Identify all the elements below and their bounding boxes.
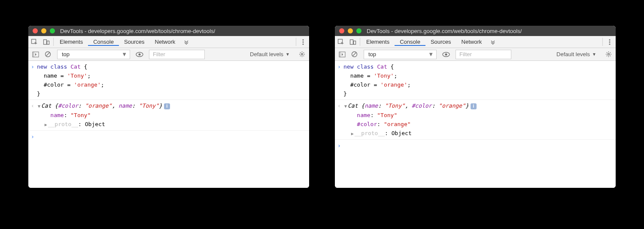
svg-point-25 (608, 54, 609, 55)
zoom-window-button[interactable] (356, 28, 361, 33)
chevron-down-icon: ▼ (286, 52, 290, 57)
log-levels-label: Default levels (556, 51, 590, 57)
svg-rect-14 (350, 39, 353, 44)
console-input-entry: › new class Cat { name = 'Tony'; #color … (335, 61, 616, 100)
object-preview[interactable]: Cat {name: "Tony", #color: "orange"}i na… (343, 101, 616, 138)
svg-point-3 (302, 39, 304, 40)
svg-rect-2 (47, 41, 49, 44)
log-levels-selector[interactable]: Default levels ▼ (556, 51, 596, 57)
output-icon: ‹ (28, 101, 37, 129)
devtools-tabs: Elements Console Sources Network (55, 36, 192, 48)
main-tabs-bar: Elements Console Sources Network (335, 36, 616, 48)
console-prompt-row[interactable]: › (335, 140, 616, 151)
more-tabs-icon[interactable] (180, 39, 192, 45)
svg-line-22 (352, 52, 356, 56)
window-title: DevTools - developers.google.com/web/too… (367, 28, 522, 34)
zoom-window-button[interactable] (50, 28, 55, 33)
device-toolbar-icon[interactable] (40, 36, 52, 48)
svg-point-12 (301, 54, 303, 55)
console-settings-icon[interactable] (296, 50, 307, 59)
context-selector-value: top (368, 51, 376, 57)
console-code: new class Cat { name = 'Tony'; #color = … (343, 62, 616, 98)
console-code: new class Cat { name = 'Tony'; #color = … (37, 62, 309, 98)
main-tabs-bar: Elements Console Sources Network (28, 36, 309, 48)
svg-point-4 (302, 41, 304, 42)
traffic-lights (33, 28, 55, 33)
toggle-sidebar-icon[interactable] (30, 50, 41, 59)
prompt-icon: › (335, 141, 343, 150)
console-output-area: › new class Cat { name = 'Tony'; #color … (335, 61, 616, 188)
svg-point-16 (609, 39, 610, 40)
devtools-window: DevTools - developers.google.com/web/too… (28, 26, 309, 188)
svg-point-11 (139, 53, 141, 55)
output-icon: ‹ (335, 101, 343, 138)
expand-toggle-icon[interactable] (350, 129, 355, 138)
clear-console-icon[interactable] (42, 50, 53, 59)
tab-sources[interactable]: Sources (119, 39, 150, 45)
tab-console[interactable]: Console (88, 39, 119, 46)
info-icon[interactable]: i (164, 103, 170, 109)
clear-console-icon[interactable] (349, 50, 360, 59)
close-window-button[interactable] (339, 28, 344, 33)
console-output-area: › new class Cat { name = 'Tony'; #color … (28, 61, 309, 188)
svg-rect-15 (354, 41, 356, 44)
tab-network[interactable]: Network (456, 39, 487, 45)
tab-console[interactable]: Console (395, 39, 425, 46)
live-expression-icon[interactable] (134, 50, 145, 59)
svg-rect-1 (44, 39, 47, 44)
toggle-sidebar-icon[interactable] (337, 50, 348, 59)
console-input-entry: › new class Cat { name = 'Tony'; #color … (28, 61, 309, 100)
devtools-tabs: Elements Console Sources Network (361, 36, 499, 48)
devtools-window: DevTools - developers.google.com/web/too… (335, 26, 616, 188)
svg-rect-20 (339, 52, 341, 57)
more-tabs-icon[interactable] (487, 39, 499, 45)
console-toolbar: top ▼ Default levels ▼ (28, 48, 309, 61)
minimize-window-button[interactable] (348, 28, 353, 33)
console-prompt-row[interactable]: › (28, 131, 309, 142)
log-levels-selector[interactable]: Default levels ▼ (250, 51, 290, 57)
tab-elements[interactable]: Elements (55, 39, 88, 45)
titlebar: DevTools - developers.google.com/web/too… (28, 26, 309, 36)
filter-input[interactable] (456, 50, 511, 59)
svg-rect-7 (33, 52, 34, 57)
tab-elements[interactable]: Elements (361, 39, 395, 45)
prompt-icon: › (28, 62, 37, 98)
expand-toggle-icon[interactable] (37, 101, 41, 111)
expand-toggle-icon[interactable] (44, 120, 48, 129)
console-output-entry: ‹ Cat {name: "Tony", #color: "orange"}i … (335, 100, 616, 140)
device-toolbar-icon[interactable] (347, 36, 359, 48)
window-title: DevTools - developers.google.com/web/too… (60, 28, 215, 34)
titlebar: DevTools - developers.google.com/web/too… (335, 26, 616, 36)
inspect-element-icon[interactable] (335, 36, 347, 48)
close-window-button[interactable] (33, 28, 38, 33)
traffic-lights (339, 28, 361, 33)
svg-line-9 (46, 52, 49, 56)
settings-menu-icon[interactable] (604, 36, 616, 48)
context-selector[interactable]: top ▼ (364, 50, 437, 59)
prompt-icon: › (28, 132, 37, 141)
log-levels-label: Default levels (250, 51, 283, 57)
chevron-down-icon: ▼ (592, 52, 596, 57)
expand-toggle-icon[interactable] (343, 101, 348, 111)
settings-menu-icon[interactable] (297, 36, 309, 48)
live-expression-icon[interactable] (440, 50, 452, 59)
tab-sources[interactable]: Sources (425, 39, 456, 45)
console-output-entry: ‹ Cat {#color: "orange", name: "Tony"}i … (28, 100, 309, 131)
console-toolbar: top ▼ Default levels ▼ (335, 48, 616, 61)
svg-point-24 (445, 53, 447, 55)
chevron-down-icon: ▼ (428, 51, 434, 57)
info-icon[interactable]: i (471, 103, 477, 109)
svg-point-18 (609, 43, 610, 45)
svg-point-5 (302, 43, 304, 45)
prompt-icon: › (335, 62, 343, 98)
inspect-element-icon[interactable] (28, 36, 40, 48)
svg-point-17 (609, 41, 610, 42)
object-preview[interactable]: Cat {#color: "orange", name: "Tony"}i na… (37, 101, 309, 129)
minimize-window-button[interactable] (41, 28, 46, 33)
context-selector[interactable]: top ▼ (57, 50, 130, 59)
filter-input[interactable] (149, 50, 205, 59)
tab-network[interactable]: Network (150, 39, 181, 45)
console-settings-icon[interactable] (603, 50, 614, 59)
context-selector-value: top (62, 51, 70, 57)
chevron-down-icon: ▼ (122, 51, 127, 57)
